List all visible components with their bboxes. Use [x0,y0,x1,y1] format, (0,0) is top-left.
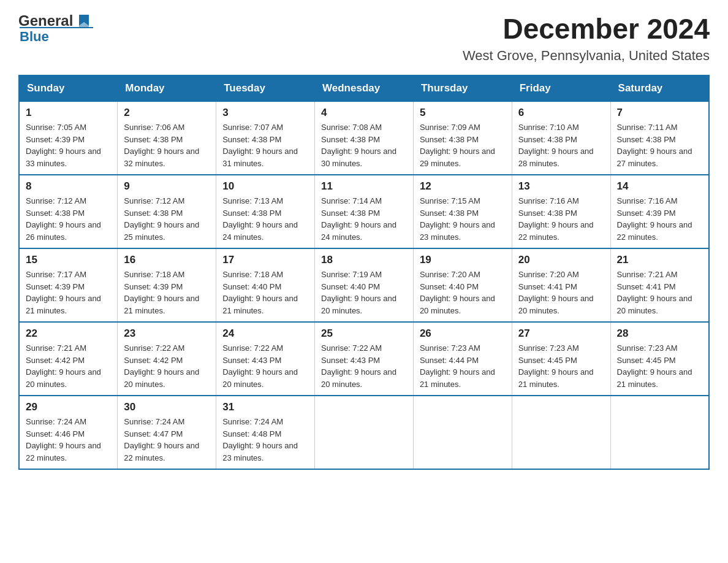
calendar-day-cell: 1 Sunrise: 7:05 AMSunset: 4:39 PMDayligh… [19,101,118,175]
day-number: 20 [518,254,604,266]
day-number: 9 [124,180,210,193]
calendar-day-header: Thursday [413,75,512,101]
calendar-day-header: Saturday [610,75,709,101]
day-number: 2 [124,107,210,119]
calendar-day-cell: 19 Sunrise: 7:20 AMSunset: 4:40 PMDaylig… [413,248,512,322]
calendar-day-cell: 31 Sunrise: 7:24 AMSunset: 4:48 PMDaylig… [216,396,315,469]
day-number: 30 [124,401,210,413]
day-number: 6 [518,107,604,119]
day-info: Sunrise: 7:16 AMSunset: 4:38 PMDaylight:… [518,196,594,242]
calendar-day-cell: 4 Sunrise: 7:08 AMSunset: 4:38 PMDayligh… [315,101,414,175]
calendar-day-cell: 6 Sunrise: 7:10 AMSunset: 4:38 PMDayligh… [512,101,610,175]
day-info: Sunrise: 7:23 AMSunset: 4:45 PMDaylight:… [617,343,692,389]
calendar-day-cell: 18 Sunrise: 7:19 AMSunset: 4:40 PMDaylig… [315,248,414,322]
calendar-day-cell [413,396,512,469]
calendar-day-cell: 28 Sunrise: 7:23 AMSunset: 4:45 PMDaylig… [610,322,709,396]
calendar-day-cell: 27 Sunrise: 7:23 AMSunset: 4:45 PMDaylig… [512,322,610,396]
day-number: 10 [222,180,308,193]
title-area: December 2024 West Grove, Pennsylvania, … [463,12,710,64]
day-number: 21 [617,254,702,266]
day-number: 13 [518,180,604,193]
calendar-day-cell: 8 Sunrise: 7:12 AMSunset: 4:38 PMDayligh… [19,175,118,248]
day-number: 11 [321,180,407,193]
calendar-day-cell: 24 Sunrise: 7:22 AMSunset: 4:43 PMDaylig… [216,322,315,396]
day-info: Sunrise: 7:23 AMSunset: 4:45 PMDaylight:… [518,343,594,389]
day-info: Sunrise: 7:12 AMSunset: 4:38 PMDaylight:… [124,196,199,242]
day-info: Sunrise: 7:18 AMSunset: 4:40 PMDaylight:… [222,270,298,315]
calendar-week-row: 8 Sunrise: 7:12 AMSunset: 4:38 PMDayligh… [19,175,709,248]
logo-blue-text: Blue [20,29,49,44]
calendar-week-row: 22 Sunrise: 7:21 AMSunset: 4:42 PMDaylig… [19,322,709,396]
day-info: Sunrise: 7:24 AMSunset: 4:46 PMDaylight:… [26,417,101,462]
day-number: 18 [321,254,407,266]
day-number: 8 [26,180,111,193]
calendar-day-cell: 3 Sunrise: 7:07 AMSunset: 4:38 PMDayligh… [216,101,315,175]
day-number: 12 [420,180,506,193]
calendar-week-row: 15 Sunrise: 7:17 AMSunset: 4:39 PMDaylig… [19,248,709,322]
day-info: Sunrise: 7:18 AMSunset: 4:39 PMDaylight:… [124,270,199,315]
day-number: 16 [124,254,210,266]
calendar-day-cell: 22 Sunrise: 7:21 AMSunset: 4:42 PMDaylig… [19,322,118,396]
day-info: Sunrise: 7:20 AMSunset: 4:41 PMDaylight:… [518,270,594,315]
calendar-day-cell: 26 Sunrise: 7:23 AMSunset: 4:44 PMDaylig… [413,322,512,396]
page-subtitle: West Grove, Pennsylvania, United States [463,48,710,64]
day-number: 19 [420,254,506,266]
calendar-day-cell: 5 Sunrise: 7:09 AMSunset: 4:38 PMDayligh… [413,101,512,175]
calendar-day-header: Sunday [19,75,118,101]
calendar-day-cell: 20 Sunrise: 7:20 AMSunset: 4:41 PMDaylig… [512,248,610,322]
day-info: Sunrise: 7:23 AMSunset: 4:44 PMDaylight:… [420,343,495,389]
day-info: Sunrise: 7:21 AMSunset: 4:41 PMDaylight:… [617,270,692,315]
day-info: Sunrise: 7:19 AMSunset: 4:40 PMDaylight:… [321,270,396,315]
day-info: Sunrise: 7:22 AMSunset: 4:43 PMDaylight:… [222,343,298,389]
day-number: 14 [617,180,702,193]
day-info: Sunrise: 7:15 AMSunset: 4:38 PMDaylight:… [420,196,495,242]
calendar-day-cell: 9 Sunrise: 7:12 AMSunset: 4:38 PMDayligh… [118,175,216,248]
calendar-week-row: 29 Sunrise: 7:24 AMSunset: 4:46 PMDaylig… [19,396,709,469]
calendar-day-cell: 17 Sunrise: 7:18 AMSunset: 4:40 PMDaylig… [216,248,315,322]
day-info: Sunrise: 7:24 AMSunset: 4:47 PMDaylight:… [124,417,199,462]
day-info: Sunrise: 7:20 AMSunset: 4:40 PMDaylight:… [420,270,495,315]
day-info: Sunrise: 7:11 AMSunset: 4:38 PMDaylight:… [617,123,692,168]
calendar-day-cell [610,396,709,469]
calendar-week-row: 1 Sunrise: 7:05 AMSunset: 4:39 PMDayligh… [19,101,709,175]
calendar-day-cell: 29 Sunrise: 7:24 AMSunset: 4:46 PMDaylig… [19,396,118,469]
calendar-day-cell: 2 Sunrise: 7:06 AMSunset: 4:38 PMDayligh… [118,101,216,175]
day-number: 26 [420,327,506,340]
calendar-day-cell: 10 Sunrise: 7:13 AMSunset: 4:38 PMDaylig… [216,175,315,248]
day-number: 1 [26,107,111,119]
day-number: 25 [321,327,407,340]
calendar-header-row: SundayMondayTuesdayWednesdayThursdayFrid… [19,75,709,101]
calendar-day-header: Monday [118,75,216,101]
logo-underline [20,27,93,28]
day-number: 24 [222,327,308,340]
calendar-day-cell: 16 Sunrise: 7:18 AMSunset: 4:39 PMDaylig… [118,248,216,322]
calendar-day-cell: 21 Sunrise: 7:21 AMSunset: 4:41 PMDaylig… [610,248,709,322]
page-header: General Blue December 2024 West Grove, P… [18,12,710,64]
day-number: 23 [124,327,210,340]
calendar-table: SundayMondayTuesdayWednesdayThursdayFrid… [18,75,710,470]
day-info: Sunrise: 7:10 AMSunset: 4:38 PMDaylight:… [518,123,594,168]
page-title: December 2024 [463,12,710,45]
day-number: 22 [26,327,111,340]
calendar-day-cell: 30 Sunrise: 7:24 AMSunset: 4:47 PMDaylig… [118,396,216,469]
day-info: Sunrise: 7:16 AMSunset: 4:39 PMDaylight:… [617,196,692,242]
calendar-day-cell: 12 Sunrise: 7:15 AMSunset: 4:38 PMDaylig… [413,175,512,248]
day-number: 7 [617,107,702,119]
day-number: 31 [222,401,308,413]
day-info: Sunrise: 7:14 AMSunset: 4:38 PMDaylight:… [321,196,396,242]
day-info: Sunrise: 7:13 AMSunset: 4:38 PMDaylight:… [222,196,298,242]
calendar-day-cell: 23 Sunrise: 7:22 AMSunset: 4:42 PMDaylig… [118,322,216,396]
day-number: 17 [222,254,308,266]
day-info: Sunrise: 7:22 AMSunset: 4:43 PMDaylight:… [321,343,396,389]
calendar-day-cell: 15 Sunrise: 7:17 AMSunset: 4:39 PMDaylig… [19,248,118,322]
logo: General Blue [18,12,93,45]
day-info: Sunrise: 7:22 AMSunset: 4:42 PMDaylight:… [124,343,199,389]
day-info: Sunrise: 7:17 AMSunset: 4:39 PMDaylight:… [26,270,101,315]
calendar-day-cell [512,396,610,469]
day-info: Sunrise: 7:08 AMSunset: 4:38 PMDaylight:… [321,123,396,168]
calendar-day-cell: 11 Sunrise: 7:14 AMSunset: 4:38 PMDaylig… [315,175,414,248]
calendar-day-cell [315,396,414,469]
day-number: 28 [617,327,702,340]
day-info: Sunrise: 7:24 AMSunset: 4:48 PMDaylight:… [222,417,298,462]
day-number: 4 [321,107,407,119]
